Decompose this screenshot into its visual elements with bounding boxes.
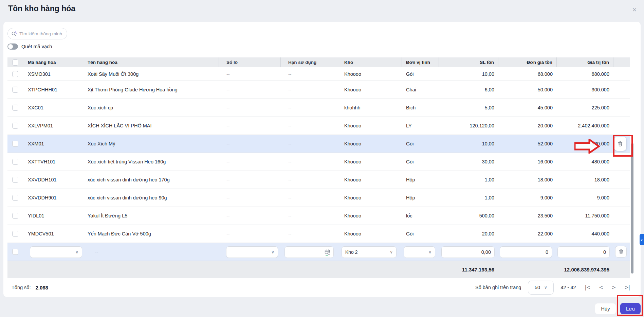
row-checkbox[interactable] (12, 213, 18, 219)
value-input[interactable] (557, 246, 610, 258)
chevron-down-icon: ∨ (390, 250, 393, 254)
cell-expiry: -- (281, 231, 338, 236)
table-row[interactable]: YIDL01 Yakul Ít Đường L5 -- -- Khoooo lố… (7, 207, 630, 225)
cell-value: 300.000 (557, 87, 613, 92)
cancel-button[interactable]: Hủy (595, 303, 616, 314)
cell-warehouse: Khoooo (338, 159, 402, 164)
per-page-select[interactable]: 50 ∨ (528, 281, 554, 295)
cell-qty: 5,00 (439, 105, 498, 110)
cell-warehouse: Khoooo (338, 195, 402, 200)
cell-qty: 6,00 (439, 87, 498, 92)
collapse-panel-tab[interactable]: ‹ (640, 234, 644, 245)
cell-expiry: -- (281, 213, 338, 218)
row-checkbox[interactable] (12, 141, 18, 147)
table-row[interactable]: XTPGHHH01 Xịt Thơm Phòng Glade Hương Hoa… (7, 81, 630, 99)
cell-price: 50.000 (498, 87, 557, 92)
cell-unit: Chai (402, 87, 439, 92)
cell-unit: Gói (402, 71, 439, 77)
chevron-down-icon: ∨ (544, 285, 547, 290)
row-checkbox[interactable] (12, 177, 18, 183)
cell-qty: 120.120,00 (439, 123, 498, 128)
cell-unit: Gói (402, 159, 439, 164)
first-page-icon[interactable]: |< (585, 284, 590, 290)
cell-code: XXM01 (23, 141, 84, 146)
table-row[interactable]: YMDCV501 Yến Mạch Đức Cán Vỡ 500g -- -- … (7, 225, 630, 243)
cell-qty: 500,00 (439, 213, 498, 218)
search-sparkle-icon (11, 31, 17, 37)
table-row[interactable]: XXLVPM01 XÍCH XÍCH LẮC VỊ PHÔ MAI -- -- … (7, 117, 630, 135)
delete-new-row-button[interactable] (615, 246, 627, 258)
cell-qty: 1,00 (439, 177, 498, 182)
col-header-value: Giá trị tồn (557, 57, 613, 67)
new-row-checkbox[interactable] (12, 249, 18, 255)
cell-value: 440.000 (557, 231, 613, 236)
unit-select[interactable]: ∨ (404, 246, 435, 258)
table-row[interactable]: XXVDDH901 xúc xích vissan dinh dưỡng heo… (7, 189, 630, 207)
per-page-label: Số bản ghi trên trang (475, 285, 521, 290)
cell-lot: -- (219, 71, 281, 77)
cell-name: xúc xích vissan dinh dưỡng heo 170g (84, 177, 219, 182)
row-checkbox[interactable] (12, 71, 18, 77)
qty-input[interactable] (441, 246, 495, 258)
cell-price: 16.000 (498, 159, 557, 164)
unit-price-input[interactable] (500, 246, 552, 258)
lot-select[interactable]: ∨ (226, 246, 278, 258)
col-header-qty: SL tồn (439, 57, 498, 67)
cell-lot: -- (219, 123, 281, 128)
cell-price: 18.000 (498, 177, 557, 182)
table-row[interactable]: XXC01 Xúc xích cp -- -- khohhh Bịch 5,00… (7, 99, 630, 117)
last-page-icon[interactable]: >| (624, 284, 630, 290)
barcode-toggle[interactable] (7, 43, 18, 50)
close-icon[interactable]: × (629, 5, 640, 15)
calendar-clock-icon (325, 249, 331, 256)
cell-price: 68.000 (498, 71, 557, 77)
table-row[interactable]: XXTTVH101 Xúc xích tiệt trùng Vissan Heo… (7, 153, 630, 171)
cell-code: XXTTVH101 (23, 159, 84, 164)
vertical-scrollbar[interactable] (631, 143, 633, 274)
product-code-select[interactable]: ∨ (30, 246, 82, 258)
cell-name: Xoài Sấy Muối Ớt 300g (84, 71, 219, 77)
cell-name: xúc xích vissan dinh dưỡng heo 90g (84, 195, 219, 200)
cell-qty: 1,00 (439, 195, 498, 200)
cell-name: Xúc xích tiệt trùng Vissan Heo 160g (84, 159, 219, 164)
row-checkbox[interactable] (12, 87, 18, 93)
cell-expiry: -- (281, 159, 338, 164)
cell-code: YIDL01 (23, 213, 84, 218)
cell-code: XXC01 (23, 105, 84, 110)
cell-lot: -- (219, 213, 281, 218)
row-checkbox[interactable] (12, 123, 18, 129)
smart-search[interactable] (7, 28, 67, 39)
cell-price: 22.000 (498, 231, 557, 236)
cell-unit: lốc (402, 213, 439, 218)
table-footer: Tổng số: 2.068 Số bản ghi trên trang 50 … (3, 278, 641, 297)
row-checkbox[interactable] (12, 195, 18, 201)
warehouse-select[interactable]: Kho 2∨ (342, 246, 397, 258)
search-input[interactable] (19, 31, 63, 36)
totals-row: 11.347.193,56 12.006.839.974.395 (7, 261, 630, 278)
next-page-icon[interactable]: > (612, 284, 616, 290)
chevron-down-icon: ∨ (271, 250, 274, 254)
annotation-box-save (617, 295, 643, 316)
cell-unit: Hộp (402, 177, 439, 182)
col-header-lot: Số lô (219, 57, 281, 67)
row-checkbox[interactable] (12, 159, 18, 165)
select-all-checkbox[interactable] (12, 59, 18, 66)
table-row[interactable]: XXVDDH101 xúc xích vissan dinh dưỡng heo… (7, 171, 630, 189)
cell-qty: 10,00 (439, 141, 498, 146)
table-row[interactable]: XSMO301 Xoài Sấy Muối Ớt 300g -- -- Khoo… (7, 67, 630, 81)
cell-name: Xúc Xích Mỹ (84, 141, 219, 146)
cell-code: XXVDDH901 (23, 195, 84, 200)
col-header-name: Tên hàng hóa (84, 57, 219, 67)
expiry-date-input[interactable] (284, 246, 334, 258)
cell-expiry: -- (281, 141, 338, 146)
cell-lot: -- (219, 141, 281, 146)
cell-lot: -- (219, 87, 281, 92)
prev-page-icon[interactable]: < (599, 284, 603, 290)
row-checkbox[interactable] (12, 231, 18, 237)
table-row-highlighted[interactable]: XXM01 Xúc Xích Mỹ -- -- Khoooo Gói 10,00… (7, 135, 630, 153)
cell-warehouse: Khoooo (338, 213, 402, 218)
table-header-row: Mã hàng hóa Tên hàng hóa Số lô Hạn sử dụ… (7, 57, 630, 67)
cell-qty: 10,00 (439, 71, 498, 77)
row-checkbox[interactable] (12, 105, 18, 111)
cell-code: XSMO301 (23, 71, 84, 77)
